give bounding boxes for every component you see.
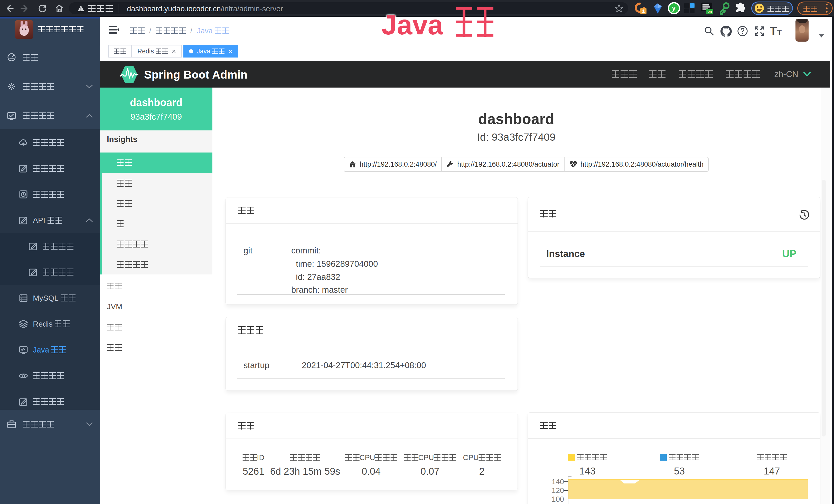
- svg-text:120: 120: [552, 486, 564, 495]
- svg-text:1: 1: [642, 8, 645, 14]
- svg-text:140: 140: [552, 478, 564, 486]
- svg-text:on: on: [707, 9, 712, 14]
- svg-text:100: 100: [552, 495, 564, 503]
